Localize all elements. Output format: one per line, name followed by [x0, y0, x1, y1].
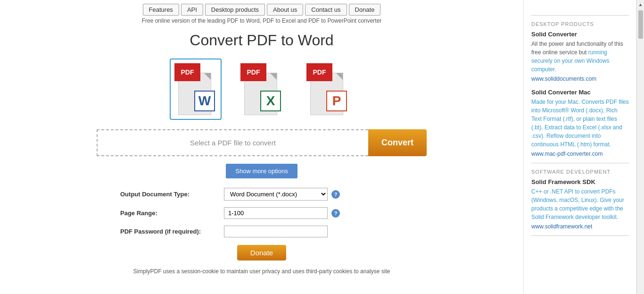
- page-range-controls: ?: [224, 207, 340, 219]
- sidebar-mid-divider: [531, 163, 629, 163]
- nav-donate[interactable]: Donate: [349, 4, 381, 16]
- pdf-password-input[interactable]: [224, 226, 328, 237]
- show-more-options-button[interactable]: Show more options: [226, 164, 297, 178]
- pdf-password-row: PDF Password (if required):: [120, 226, 403, 237]
- output-doc-type-label: Output Document Type:: [120, 191, 224, 198]
- solid-converter-mac-title: Solid Converter Mac: [531, 89, 629, 96]
- sidebar: DESKTOP PRODUCTS Solid Converter All the…: [523, 0, 636, 294]
- solid-converter-mac-desc-link[interactable]: Made for your Mac. Converts PDF files in…: [531, 99, 629, 148]
- page-range-help-icon[interactable]: ?: [331, 209, 340, 218]
- footer-text: SimplyPDF uses a session-cookie to maint…: [133, 268, 390, 275]
- show-more-area: Show more options: [9, 164, 514, 178]
- scrollbar-thumb[interactable]: [638, 10, 643, 39]
- footer-note: SimplyPDF uses a session-cookie to maint…: [9, 268, 514, 275]
- solid-framework-sdk-desc: C++ or .NET API to convert PDFs (Windows…: [531, 187, 629, 221]
- page-range-input[interactable]: [224, 207, 328, 219]
- sidebar-bottom-divider: [531, 235, 629, 236]
- solid-converter-product: Solid Converter All the power and functi…: [531, 31, 629, 82]
- file-type-word[interactable]: PDF W: [170, 59, 222, 120]
- sidebar-top-divider: [531, 15, 629, 16]
- solid-converter-url[interactable]: www.soliddocuments.com: [531, 76, 596, 82]
- file-select-label: Select a PDF file to convert: [190, 139, 276, 147]
- desktop-products-section-title: DESKTOP PRODUCTS: [531, 21, 629, 27]
- top-navigation: Features API Desktop products About us C…: [9, 0, 514, 17]
- nav-contact-us[interactable]: Contact us: [305, 4, 347, 16]
- nav-features[interactable]: Features: [143, 4, 179, 16]
- file-type-icons: PDF W PDF X: [9, 59, 514, 120]
- convert-area: Select a PDF file to convert Convert: [97, 129, 427, 156]
- solid-converter-desc: All the power and functionality of this …: [531, 40, 629, 74]
- solid-converter-mac-url[interactable]: www.mac-pdf-converter.com: [531, 151, 603, 157]
- scrollbar-track[interactable]: ▲: [636, 0, 644, 294]
- file-type-excel[interactable]: PDF X: [236, 59, 288, 120]
- output-doc-type-row: Output Document Type: Word Document (*.d…: [120, 188, 403, 201]
- file-select-box[interactable]: Select a PDF file to convert: [97, 129, 368, 156]
- convert-button[interactable]: Convert: [368, 129, 427, 156]
- pdf-password-label: PDF Password (if required):: [120, 228, 224, 235]
- pdf-password-controls: [224, 226, 328, 237]
- donate-button[interactable]: Donate: [237, 245, 286, 260]
- scrollbar-up-arrow[interactable]: ▲: [638, 1, 643, 8]
- options-form: Output Document Type: Word Document (*.d…: [120, 188, 403, 237]
- nav-about-us[interactable]: About us: [267, 4, 303, 16]
- tagline: Free online version of the leading PDF t…: [9, 17, 514, 24]
- solid-framework-url[interactable]: www.solidframework.net: [531, 223, 592, 230]
- output-doc-type-help-icon[interactable]: ?: [331, 190, 340, 199]
- solid-converter-mac-product: Solid Converter Mac Made for your Mac. C…: [531, 89, 629, 157]
- solid-converter-link-text[interactable]: running securely on your own Windows com…: [531, 49, 609, 73]
- solid-converter-title: Solid Converter: [531, 31, 629, 38]
- solid-framework-sdk-desc-link[interactable]: C++ or .NET API to convert PDFs (Windows…: [531, 188, 624, 220]
- nav-desktop-products[interactable]: Desktop products: [205, 4, 265, 16]
- nav-api[interactable]: API: [181, 4, 203, 16]
- solid-converter-mac-desc: Made for your Mac. Converts PDF files in…: [531, 98, 629, 149]
- output-doc-type-select[interactable]: Word Document (*.docx) Rich Text Format …: [224, 188, 328, 201]
- file-type-powerpoint[interactable]: PDF P: [302, 59, 354, 120]
- donate-area: Donate: [9, 245, 514, 260]
- solid-framework-sdk-title: Solid Framework SDK: [531, 178, 629, 185]
- solid-framework-sdk-product: Solid Framework SDK C++ or .NET API to c…: [531, 178, 629, 230]
- page-range-row: Page Range: ?: [120, 207, 403, 219]
- page-title: Convert PDF to Word: [9, 32, 514, 49]
- output-doc-type-controls: Word Document (*.docx) Rich Text Format …: [224, 188, 340, 201]
- software-dev-section-title: SOFTWARE DEVELOPMENT: [531, 169, 629, 175]
- page-range-label: Page Range:: [120, 210, 224, 217]
